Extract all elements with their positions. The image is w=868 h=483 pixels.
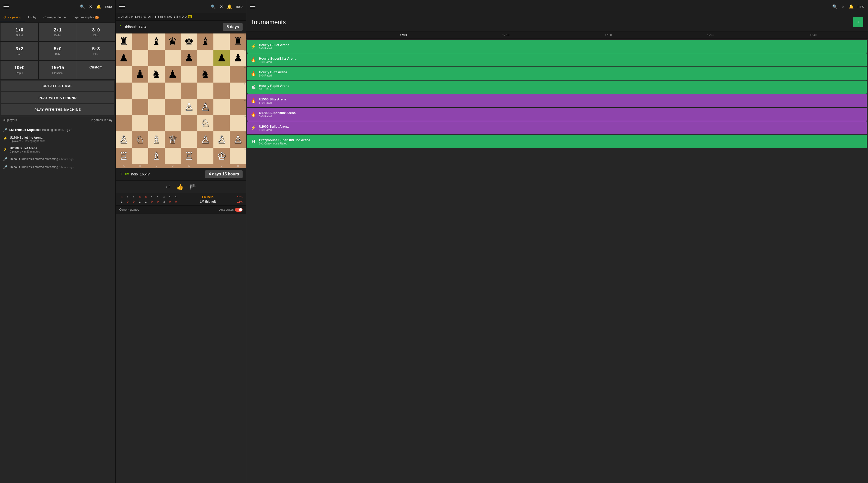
board-square[interactable]: ♟ — [213, 50, 230, 66]
chess-piece[interactable]: ♘ — [200, 118, 210, 129]
board-square[interactable]: ♖ — [181, 148, 197, 164]
middle-bell-icon[interactable]: 🔔 — [227, 4, 232, 9]
board-square[interactable] — [132, 50, 148, 66]
middle-search-icon[interactable]: 🔍 — [211, 4, 216, 9]
board-square[interactable] — [213, 33, 230, 50]
board-square[interactable]: ♙ — [197, 99, 213, 115]
board-square[interactable] — [181, 66, 197, 83]
board-square[interactable] — [148, 99, 165, 115]
chess-piece[interactable]: ♖ — [119, 151, 128, 161]
chess-piece[interactable]: ♙ — [119, 134, 128, 145]
tournament-item[interactable]: HCrazyhouse SuperBlitz Inc Arena3+1 Craz… — [247, 135, 867, 148]
board-square[interactable] — [132, 83, 148, 99]
board-square[interactable] — [132, 148, 148, 164]
chess-piece[interactable]: ♖ — [184, 151, 194, 161]
board-square[interactable]: 1 — [230, 148, 246, 164]
board-square[interactable] — [132, 99, 148, 115]
chess-piece[interactable]: ♟ — [119, 53, 128, 63]
tournament-item[interactable]: 🐇Hourly Rapid Arena10+0 Rated — [247, 81, 867, 94]
arena-item-1[interactable]: ⚡ U2000 Bullet Arena 0 players • in 23 m… — [0, 144, 115, 155]
draw-button[interactable]: 👍 — [177, 184, 183, 190]
pairing-1-0[interactable]: 1+0 Bullet — [0, 23, 38, 41]
auto-switch-toggle[interactable]: Auto switch — [219, 208, 243, 212]
undo-button[interactable]: ↩ — [166, 184, 170, 190]
search-icon[interactable]: 🔍 — [80, 4, 85, 9]
board-square[interactable]: ♗ — [148, 132, 165, 148]
chess-piece[interactable]: ♜ — [119, 36, 128, 47]
pairing-5-3[interactable]: 5+3 Blitz — [77, 42, 115, 60]
board-square[interactable] — [148, 115, 165, 132]
board-square[interactable]: ♞ — [197, 66, 213, 83]
board-square[interactable] — [213, 83, 230, 99]
chess-piece[interactable]: ♕ — [168, 134, 178, 145]
chess-piece[interactable]: ♟ — [233, 53, 243, 63]
board-square[interactable]: 4 — [230, 99, 246, 115]
close-icon[interactable]: ✕ — [89, 4, 92, 9]
board-square[interactable] — [116, 99, 132, 115]
chess-piece[interactable]: ♟ — [168, 69, 178, 80]
tab-correspondence[interactable]: Correspondence — [40, 13, 69, 22]
bell-icon[interactable]: 🔔 — [96, 4, 101, 9]
play-machine-button[interactable]: PLAY WITH THE MACHINE — [1, 104, 114, 115]
middle-close-icon[interactable]: ✕ — [220, 4, 223, 9]
board-square[interactable] — [165, 115, 181, 132]
chess-piece[interactable]: ♛ — [168, 36, 178, 47]
add-tournament-button[interactable]: + — [853, 17, 863, 27]
board-square[interactable]: ♙ — [116, 132, 132, 148]
board-square[interactable] — [165, 50, 181, 66]
right-menu-icon[interactable] — [250, 5, 255, 8]
chess-piece[interactable]: ♙ — [217, 134, 226, 145]
chess-piece[interactable]: ♞ — [200, 69, 210, 80]
board-square[interactable]: 6 — [230, 66, 246, 83]
board-square[interactable]: 2♙ — [230, 132, 246, 148]
board-square[interactable]: ♝ — [197, 33, 213, 50]
board-square[interactable] — [181, 83, 197, 99]
board-square[interactable]: ♟ — [165, 66, 181, 83]
flag-button[interactable]: 🏴 — [189, 184, 196, 190]
chess-piece[interactable]: ♙ — [233, 134, 243, 145]
middle-menu-icon[interactable] — [119, 5, 125, 8]
board-square[interactable]: ♙ — [197, 132, 213, 148]
board-square[interactable]: 3 — [230, 115, 246, 132]
board-square[interactable]: ♟ — [132, 66, 148, 83]
tournament-item[interactable]: 🔥U1500 Blitz Arena5+0 Rated — [247, 94, 867, 107]
chess-piece[interactable]: ♟ — [135, 69, 145, 80]
play-friend-button[interactable]: PLAY WITH A FRIEND — [1, 92, 114, 103]
pairing-3-0[interactable]: 3+0 Blitz — [77, 23, 115, 41]
board-square[interactable]: ♕ — [165, 132, 181, 148]
board-square[interactable] — [165, 148, 181, 164]
pairing-15-15[interactable]: 15+15 Classical — [39, 61, 76, 79]
board-square[interactable] — [213, 66, 230, 83]
pairing-5-0[interactable]: 5+0 Blitz — [39, 42, 76, 60]
chess-piece[interactable]: ♝ — [152, 36, 161, 47]
board-square[interactable] — [197, 50, 213, 66]
board-square[interactable] — [165, 83, 181, 99]
board-square[interactable]: ♘ — [197, 115, 213, 132]
tab-games-in-play[interactable]: 3 games in play3 — [69, 13, 102, 22]
right-bell-icon[interactable]: 🔔 — [849, 4, 854, 9]
chess-piece[interactable]: ♟ — [184, 53, 194, 63]
chess-piece[interactable]: ♞ — [152, 69, 161, 80]
board-square[interactable]: ♔ — [213, 148, 230, 164]
board-square[interactable] — [213, 115, 230, 132]
board-square[interactable] — [132, 115, 148, 132]
board-square[interactable] — [181, 115, 197, 132]
tournament-item[interactable]: ⚡Hourly Bullet Arena1+0 Rated — [247, 40, 867, 53]
chess-piece[interactable]: ♗ — [152, 134, 161, 145]
board-square[interactable] — [132, 33, 148, 50]
chess-piece[interactable]: ♗ — [152, 151, 161, 161]
pairing-3-2[interactable]: 3+2 Blitz — [0, 42, 38, 60]
right-search-icon[interactable]: 🔍 — [832, 4, 837, 9]
board-square[interactable]: ♖ — [116, 148, 132, 164]
board-square[interactable] — [148, 83, 165, 99]
board-square[interactable] — [181, 132, 197, 148]
board-square[interactable]: ♞ — [148, 66, 165, 83]
board-square[interactable]: 8♜ — [230, 33, 246, 50]
toggle-pill[interactable] — [235, 208, 243, 212]
chess-piece[interactable]: ♟ — [217, 53, 226, 63]
board-square[interactable] — [116, 115, 132, 132]
board-square[interactable] — [148, 50, 165, 66]
board-square[interactable]: ♚ — [181, 33, 197, 50]
chess-board[interactable]: ♜♝♛♚♝8♜♟♟♟7♟♟♞♟♞65♙♙4♘3♙♘♗♕♙♙2♙♖♗♖♔1 — [116, 33, 246, 164]
board-square[interactable]: ♙ — [213, 132, 230, 148]
